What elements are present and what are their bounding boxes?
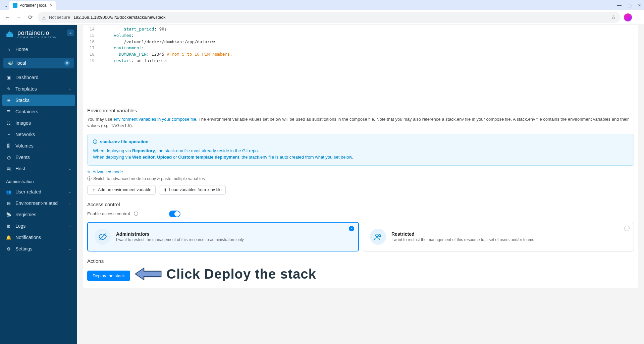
env-vars-help: You may use environment variables in you… [87, 116, 634, 129]
env-vars-doc-link[interactable]: environment variables in your compose fi… [113, 117, 196, 122]
browser-tabstrip: ⌄ Portainer | loca × ― ▢ ✕ [0, 0, 644, 10]
tab-favicon-icon [13, 3, 17, 8]
radio-empty-icon [624, 226, 630, 231]
tab-title: Portainer | loca [19, 3, 47, 8]
env-name: local [16, 60, 26, 66]
reload-button[interactable]: ⟳ [26, 14, 34, 20]
svg-marker-6 [136, 268, 161, 280]
users-icon [370, 229, 386, 245]
chevron-down-icon: ⌄ [68, 202, 71, 205]
bell-icon: 🔔 [6, 235, 11, 240]
sidebar-item-user-related[interactable]: 👥User-related⌄ [0, 186, 77, 197]
access-control-title: Access control [87, 202, 634, 207]
tab-search-dropdown[interactable]: ⌄ [3, 2, 9, 8]
eye-off-icon [95, 229, 111, 245]
chevron-down-icon: ⌄ [68, 167, 71, 171]
annotation-text: Click Deploy the stack [166, 267, 316, 282]
users-icon: 👥 [6, 189, 11, 194]
sidebar-item-stacks[interactable]: ≣Stacks [2, 95, 75, 106]
svg-rect-0 [6, 34, 13, 37]
edit-icon: ✎ [87, 170, 91, 175]
compose-editor[interactable]: 14 start_period: 90s15 volumes:16 - /vol… [83, 25, 638, 101]
annotation-arrow-icon [135, 267, 162, 281]
info-icon: ⓘ [93, 139, 97, 145]
code-line[interactable]: 17 environment: [83, 45, 638, 51]
code-line[interactable]: 19 restart: on-failure:5 [83, 58, 638, 64]
add-env-var-button[interactable]: ＋Add an environment variable [87, 185, 156, 195]
help-icon[interactable]: ⓘ [134, 211, 138, 217]
close-icon[interactable]: × [64, 60, 70, 66]
window-maximize-icon[interactable]: ▢ [628, 3, 632, 8]
sidebar-item-registries[interactable]: 📡Registries [0, 209, 77, 220]
sidebar: portainer.io COMMUNITY EDITION « ⌂Home 🐳… [0, 25, 77, 344]
back-button[interactable]: ← [3, 14, 11, 20]
svg-point-5 [379, 235, 381, 237]
plus-icon: ＋ [92, 187, 96, 193]
sidebar-item-settings[interactable]: ⚙Settings⌄ [0, 243, 77, 254]
code-line[interactable]: 16 - /volume1/docker/dumbkan:/app/data:r… [83, 39, 638, 45]
sidebar-item-logs[interactable]: 🗎Logs⌄ [0, 220, 77, 232]
sidebar-item-volumes[interactable]: 🗄Volumes [0, 140, 77, 152]
access-card-title: Administrators [116, 231, 244, 237]
deploy-stack-button[interactable]: Deploy the stack [87, 271, 130, 281]
browser-tab[interactable]: Portainer | loca × [9, 1, 56, 10]
access-card-desc: I want to restrict the management of thi… [391, 237, 534, 242]
chevron-down-icon: ⌄ [68, 247, 71, 251]
stacks-icon: ≣ [6, 98, 11, 103]
access-option-administrators[interactable]: Administrators I want to restrict the ma… [87, 222, 359, 251]
chevron-down-icon: ⌄ [68, 190, 71, 194]
tab-close-icon[interactable]: × [50, 3, 53, 8]
bookmark-icon[interactable]: ☆ [611, 14, 616, 20]
registries-icon: 📡 [6, 212, 11, 217]
stack-env-info-box: ⓘstack.env file operation When deploying… [87, 134, 634, 166]
upload-icon: ⬆ [163, 187, 167, 192]
access-control-toggle[interactable] [169, 211, 180, 217]
forward-button[interactable]: → [15, 14, 23, 20]
sidebar-item-host[interactable]: ▤Host⌄ [0, 163, 77, 174]
sidebar-item-environment-related[interactable]: ⊟Environment-related⌄ [0, 197, 77, 209]
logo: portainer.io COMMUNITY EDITION [0, 25, 77, 44]
logo-subtext: COMMUNITY EDITION [17, 36, 57, 39]
chevron-down-icon: ⌄ [68, 87, 71, 91]
docker-icon: 🐳 [7, 60, 13, 66]
sidebar-item-events[interactable]: ◷Events [0, 152, 77, 163]
profile-avatar[interactable] [624, 13, 632, 21]
home-icon: ⌂ [6, 47, 11, 52]
site-security-icon[interactable]: △ [42, 15, 46, 20]
info-title-text: stack.env file operation [100, 139, 149, 144]
sidebar-item-networks[interactable]: ⚭Networks [0, 129, 77, 140]
svg-point-4 [376, 234, 378, 237]
sidebar-item-dashboard[interactable]: ▣Dashboard [0, 72, 77, 83]
load-env-file-button[interactable]: ⬆Load variables from .env file [159, 185, 226, 195]
access-control-label: Enable access control [87, 211, 130, 216]
check-icon: ✓ [349, 226, 354, 231]
address-bar[interactable]: △ Not secure 192.168.1.18:9000/#!/2/dock… [38, 12, 621, 23]
sidebar-collapse-button[interactable]: « [67, 30, 74, 36]
sidebar-item-containers[interactable]: ☰Containers [0, 106, 77, 117]
sidebar-item-images[interactable]: ☷Images [0, 117, 77, 129]
networks-icon: ⚭ [6, 132, 11, 137]
sidebar-item-notifications[interactable]: 🔔Notifications [0, 232, 77, 243]
window-close-icon[interactable]: ✕ [638, 3, 641, 8]
code-line[interactable]: 15 volumes: [83, 33, 638, 39]
browser-menu-icon[interactable]: ⋮ [635, 14, 641, 20]
code-line[interactable]: 18 DUMBKAN_PIN: 12345 #From 5 to 10 PIN … [83, 51, 638, 58]
main-content: 14 start_period: 90s15 volumes:16 - /vol… [77, 25, 644, 344]
window-minimize-icon[interactable]: ― [617, 3, 622, 8]
logo-text: portainer.io [17, 30, 57, 37]
access-option-restricted[interactable]: Restricted I want to restrict the manage… [363, 222, 634, 251]
site-security-label: Not secure [49, 15, 70, 20]
dashboard-icon: ▣ [6, 75, 11, 80]
actions-title: Actions [87, 258, 634, 264]
code-line[interactable]: 14 start_period: 90s [83, 26, 638, 33]
advanced-mode-link[interactable]: ✎Advanced mode [87, 170, 634, 175]
containers-icon: ☰ [6, 109, 11, 114]
templates-icon: ✎ [6, 87, 11, 92]
gear-icon: ⚙ [6, 246, 11, 251]
sidebar-item-templates[interactable]: ✎Templates⌄ [0, 83, 77, 95]
advanced-mode-hint: ⓘSwitch to advanced mode to copy & paste… [87, 176, 634, 182]
sidebar-environment-pill[interactable]: 🐳 local × [3, 58, 74, 68]
logs-icon: 🗎 [6, 224, 11, 229]
sidebar-item-home[interactable]: ⌂Home [0, 44, 77, 55]
url-text: 192.168.1.18:9000/#!/2/docker/stacks/new… [73, 15, 166, 20]
